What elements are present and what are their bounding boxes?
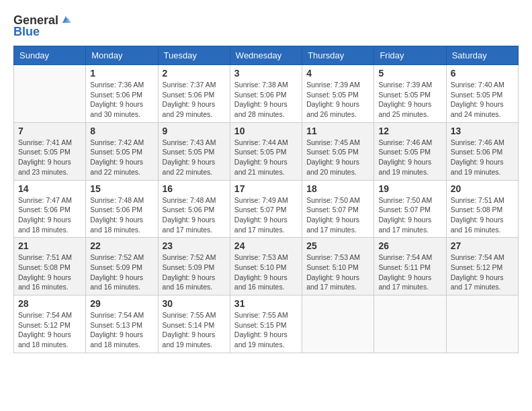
col-header-thursday: Thursday [302, 46, 374, 65]
day-info: Sunrise: 7:54 AM Sunset: 5:12 PM Dayligh… [18, 310, 81, 350]
day-number: 21 [18, 240, 81, 251]
day-info: Sunrise: 7:46 AM Sunset: 5:05 PM Dayligh… [378, 138, 441, 177]
day-number: 16 [163, 183, 226, 194]
day-number: 19 [378, 183, 441, 194]
day-info: Sunrise: 7:49 AM Sunset: 5:07 PM Dayligh… [234, 195, 298, 235]
col-header-tuesday: Tuesday [158, 46, 230, 65]
day-info: Sunrise: 7:52 AM Sunset: 5:09 PM Dayligh… [163, 253, 226, 292]
day-info: Sunrise: 7:44 AM Sunset: 5:05 PM Dayligh… [234, 138, 298, 177]
col-header-friday: Friday [374, 46, 446, 65]
calendar-cell: 19Sunrise: 7:50 AM Sunset: 5:07 PM Dayli… [374, 180, 446, 238]
calendar-cell: 27Sunrise: 7:54 AM Sunset: 5:12 PM Dayli… [446, 238, 518, 295]
day-info: Sunrise: 7:54 AM Sunset: 5:11 PM Dayligh… [378, 253, 441, 292]
day-info: Sunrise: 7:41 AM Sunset: 5:05 PM Dayligh… [18, 138, 81, 177]
day-info: Sunrise: 7:45 AM Sunset: 5:05 PM Dayligh… [306, 138, 369, 177]
calendar-cell [14, 65, 86, 123]
day-number: 9 [163, 126, 226, 136]
calendar-cell: 22Sunrise: 7:52 AM Sunset: 5:09 PM Dayli… [86, 238, 158, 295]
logo: General Blue [13, 13, 72, 39]
day-info: Sunrise: 7:54 AM Sunset: 5:13 PM Dayligh… [90, 310, 153, 350]
day-info: Sunrise: 7:37 AM Sunset: 5:06 PM Dayligh… [163, 80, 226, 120]
day-number: 8 [90, 126, 153, 136]
calendar-cell: 5Sunrise: 7:39 AM Sunset: 5:05 PM Daylig… [374, 65, 446, 123]
day-info: Sunrise: 7:39 AM Sunset: 5:05 PM Dayligh… [378, 80, 441, 120]
day-number: 26 [378, 240, 441, 251]
logo-icon [60, 13, 72, 26]
calendar-cell: 12Sunrise: 7:46 AM Sunset: 5:05 PM Dayli… [374, 122, 446, 180]
calendar-cell: 13Sunrise: 7:46 AM Sunset: 5:06 PM Dayli… [446, 122, 518, 180]
day-info: Sunrise: 7:36 AM Sunset: 5:06 PM Dayligh… [90, 80, 153, 120]
day-info: Sunrise: 7:42 AM Sunset: 5:05 PM Dayligh… [90, 138, 153, 177]
col-header-wednesday: Wednesday [230, 46, 302, 65]
day-info: Sunrise: 7:38 AM Sunset: 5:06 PM Dayligh… [234, 80, 298, 120]
day-number: 28 [18, 298, 81, 309]
calendar-cell: 18Sunrise: 7:50 AM Sunset: 5:07 PM Dayli… [302, 180, 374, 238]
day-info: Sunrise: 7:50 AM Sunset: 5:07 PM Dayligh… [306, 195, 369, 235]
day-number: 18 [306, 183, 369, 194]
day-number: 7 [18, 126, 81, 136]
day-number: 23 [163, 240, 226, 251]
calendar-cell: 21Sunrise: 7:51 AM Sunset: 5:08 PM Dayli… [14, 238, 86, 295]
calendar-cell: 8Sunrise: 7:42 AM Sunset: 5:05 PM Daylig… [86, 122, 158, 180]
day-number: 31 [234, 298, 298, 309]
day-info: Sunrise: 7:53 AM Sunset: 5:10 PM Dayligh… [234, 253, 298, 292]
header: General Blue [13, 13, 519, 39]
day-info: Sunrise: 7:53 AM Sunset: 5:10 PM Dayligh… [306, 253, 369, 292]
col-header-saturday: Saturday [446, 46, 518, 65]
calendar-cell: 30Sunrise: 7:55 AM Sunset: 5:14 PM Dayli… [158, 295, 230, 353]
calendar-cell: 29Sunrise: 7:54 AM Sunset: 5:13 PM Dayli… [86, 295, 158, 353]
calendar-cell: 1Sunrise: 7:36 AM Sunset: 5:06 PM Daylig… [86, 65, 158, 123]
day-info: Sunrise: 7:51 AM Sunset: 5:08 PM Dayligh… [451, 195, 514, 235]
day-number: 2 [163, 68, 226, 79]
calendar-cell: 20Sunrise: 7:51 AM Sunset: 5:08 PM Dayli… [446, 180, 518, 238]
day-info: Sunrise: 7:43 AM Sunset: 5:05 PM Dayligh… [163, 138, 226, 177]
day-number: 20 [451, 183, 514, 194]
day-info: Sunrise: 7:55 AM Sunset: 5:14 PM Dayligh… [163, 310, 226, 350]
calendar-cell: 15Sunrise: 7:48 AM Sunset: 5:06 PM Dayli… [86, 180, 158, 238]
calendar-cell [446, 295, 518, 353]
day-info: Sunrise: 7:46 AM Sunset: 5:06 PM Dayligh… [451, 138, 514, 177]
calendar-cell: 17Sunrise: 7:49 AM Sunset: 5:07 PM Dayli… [230, 180, 302, 238]
calendar-cell: 7Sunrise: 7:41 AM Sunset: 5:05 PM Daylig… [14, 122, 86, 180]
calendar-cell: 28Sunrise: 7:54 AM Sunset: 5:12 PM Dayli… [14, 295, 86, 353]
day-number: 3 [234, 68, 298, 79]
day-number: 4 [306, 68, 369, 79]
col-header-sunday: Sunday [14, 46, 86, 65]
day-number: 15 [90, 183, 153, 194]
day-info: Sunrise: 7:50 AM Sunset: 5:07 PM Dayligh… [378, 195, 441, 235]
logo-blue-text: Blue [13, 25, 40, 39]
day-number: 25 [306, 240, 369, 251]
day-number: 29 [90, 298, 153, 309]
day-info: Sunrise: 7:40 AM Sunset: 5:05 PM Dayligh… [451, 80, 514, 120]
calendar-cell: 10Sunrise: 7:44 AM Sunset: 5:05 PM Dayli… [230, 122, 302, 180]
day-number: 1 [90, 68, 153, 79]
calendar-cell: 25Sunrise: 7:53 AM Sunset: 5:10 PM Dayli… [302, 238, 374, 295]
calendar: SundayMondayTuesdayWednesdayThursdayFrid… [13, 46, 519, 353]
day-number: 24 [234, 240, 298, 251]
calendar-cell: 3Sunrise: 7:38 AM Sunset: 5:06 PM Daylig… [230, 65, 302, 123]
calendar-cell: 2Sunrise: 7:37 AM Sunset: 5:06 PM Daylig… [158, 65, 230, 123]
day-number: 30 [163, 298, 226, 309]
day-info: Sunrise: 7:48 AM Sunset: 5:06 PM Dayligh… [90, 195, 153, 235]
col-header-monday: Monday [86, 46, 158, 65]
day-number: 13 [451, 126, 514, 136]
day-info: Sunrise: 7:52 AM Sunset: 5:09 PM Dayligh… [90, 253, 153, 292]
day-info: Sunrise: 7:51 AM Sunset: 5:08 PM Dayligh… [18, 253, 81, 292]
day-number: 27 [451, 240, 514, 251]
day-info: Sunrise: 7:54 AM Sunset: 5:12 PM Dayligh… [451, 253, 514, 292]
day-number: 5 [378, 68, 441, 79]
calendar-cell: 9Sunrise: 7:43 AM Sunset: 5:05 PM Daylig… [158, 122, 230, 180]
day-info: Sunrise: 7:39 AM Sunset: 5:05 PM Dayligh… [306, 80, 369, 120]
calendar-cell: 31Sunrise: 7:55 AM Sunset: 5:15 PM Dayli… [230, 295, 302, 353]
day-info: Sunrise: 7:55 AM Sunset: 5:15 PM Dayligh… [234, 310, 298, 350]
calendar-cell [302, 295, 374, 353]
day-number: 14 [18, 183, 81, 194]
day-number: 11 [306, 126, 369, 136]
calendar-cell: 14Sunrise: 7:47 AM Sunset: 5:06 PM Dayli… [14, 180, 86, 238]
calendar-cell: 26Sunrise: 7:54 AM Sunset: 5:11 PM Dayli… [374, 238, 446, 295]
calendar-cell: 11Sunrise: 7:45 AM Sunset: 5:05 PM Dayli… [302, 122, 374, 180]
day-info: Sunrise: 7:47 AM Sunset: 5:06 PM Dayligh… [18, 195, 81, 235]
day-number: 22 [90, 240, 153, 251]
calendar-cell: 23Sunrise: 7:52 AM Sunset: 5:09 PM Dayli… [158, 238, 230, 295]
day-number: 6 [451, 68, 514, 79]
